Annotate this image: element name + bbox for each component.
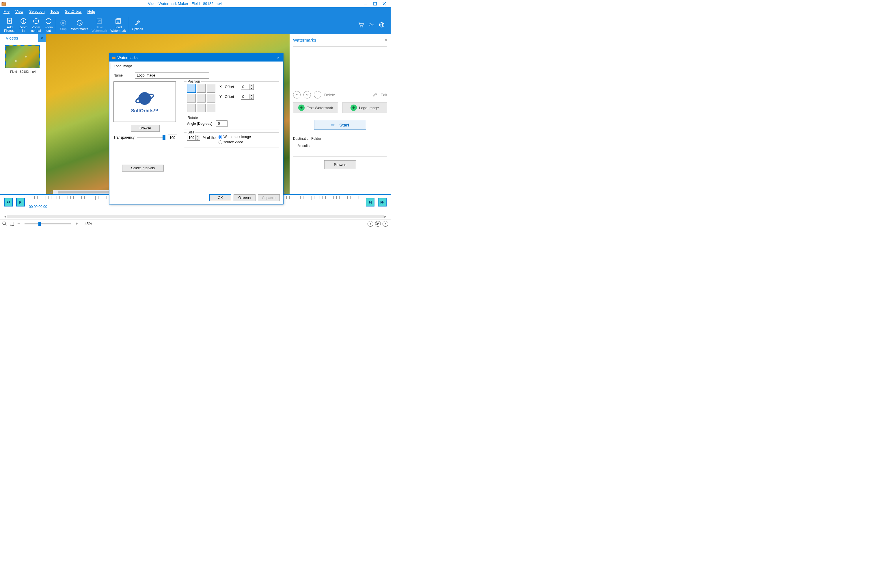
transparency-slider[interactable] <box>137 137 165 138</box>
svg-rect-0 <box>2 3 6 6</box>
magnifier-icon[interactable] <box>2 221 7 226</box>
videos-tab-close[interactable]: × <box>38 34 46 42</box>
menu-view[interactable]: View <box>15 9 23 14</box>
save-watermark-button: W Save Watermark <box>90 16 108 33</box>
scrub-right-icon[interactable]: ► <box>384 215 387 219</box>
delete-link[interactable]: Delete <box>324 93 335 97</box>
youtube-icon[interactable] <box>383 221 388 227</box>
spin-up-icon[interactable]: ▲ <box>196 135 200 138</box>
delete-circle-button[interactable] <box>314 91 321 98</box>
rewind-button[interactable] <box>4 198 13 206</box>
size-pct-label: % of the <box>203 135 216 140</box>
next-frame-button[interactable] <box>366 198 374 206</box>
video-thumbnail[interactable]: Field - 89182.mp4 <box>5 45 41 73</box>
twitter-icon[interactable] <box>375 221 381 227</box>
close-button[interactable] <box>382 2 386 6</box>
zoom-minus-icon[interactable]: − <box>17 221 20 226</box>
menu-selection[interactable]: Selection <box>29 9 44 14</box>
position-middle-center[interactable] <box>197 94 206 102</box>
x-offset-spinner[interactable]: ▲▼ <box>241 84 254 90</box>
select-intervals-button[interactable]: Select Intervals <box>122 165 164 171</box>
panel-close-icon[interactable]: × <box>385 38 387 42</box>
spin-down-icon[interactable]: ▼ <box>250 87 254 90</box>
videos-tab-label[interactable]: Videos <box>0 36 38 41</box>
facebook-icon[interactable]: f <box>368 221 373 227</box>
move-down-button[interactable] <box>304 91 311 98</box>
y-offset-label: Y - Offset <box>219 95 238 99</box>
angle-input[interactable] <box>216 120 227 127</box>
key-icon[interactable] <box>368 22 374 28</box>
logo-browse-button[interactable]: Browse <box>131 125 160 132</box>
size-source-radio[interactable] <box>218 140 222 144</box>
zoom-plus-icon[interactable]: + <box>75 221 78 226</box>
logo-image-button[interactable]: + Logo Image <box>342 102 387 113</box>
logo-image-tab[interactable]: Logo Image <box>111 63 135 69</box>
edit-wrench-icon[interactable] <box>372 92 378 98</box>
menu-file[interactable]: File <box>3 9 9 14</box>
dialog-titlebar[interactable]: Watermarks × <box>110 53 283 62</box>
add-files-button[interactable]: Add File(s)... <box>2 16 17 33</box>
y-offset-spinner[interactable]: ▲▼ <box>241 94 254 100</box>
ok-button[interactable]: OK <box>209 194 231 201</box>
size-input[interactable] <box>187 135 196 141</box>
x-offset-input[interactable] <box>241 84 250 90</box>
scrub-left-icon[interactable]: ◄ <box>3 215 7 219</box>
position-bottom-center[interactable] <box>197 104 206 112</box>
fast-forward-button[interactable] <box>378 198 386 206</box>
zoom-normal-button[interactable]: 1 Zoom normal <box>29 16 43 33</box>
edit-link[interactable]: Edit <box>381 93 387 97</box>
window-title: Video Watermark Maker - Field - 89182.mp… <box>6 2 364 6</box>
menu-help[interactable]: Help <box>87 9 95 14</box>
dialog-close-button[interactable]: × <box>275 56 281 60</box>
scrub-track[interactable] <box>7 215 384 218</box>
scrub-bar[interactable]: ◄ ► <box>0 214 391 219</box>
fit-icon[interactable] <box>10 221 14 226</box>
name-input[interactable] <box>135 72 209 78</box>
spin-up-icon[interactable]: ▲ <box>250 94 254 97</box>
cancel-button[interactable]: Отмена <box>234 194 256 201</box>
zoom-out-button[interactable]: Zoom out <box>42 16 54 33</box>
maximize-button[interactable] <box>373 2 377 6</box>
watermarks-dialog: Watermarks × Logo Image Name SoftOrbits™… <box>109 53 284 205</box>
y-offset-input[interactable] <box>241 94 250 100</box>
transparency-value[interactable]: 100 <box>168 135 177 140</box>
menu-softorbits[interactable]: SoftOrbits <box>65 9 82 14</box>
options-button[interactable]: Options <box>130 16 145 33</box>
position-top-right[interactable] <box>207 84 215 93</box>
watermark-list[interactable] <box>293 46 387 88</box>
spin-down-icon[interactable]: ▼ <box>196 138 200 140</box>
spin-up-icon[interactable]: ▲ <box>250 84 254 87</box>
slider-thumb[interactable] <box>162 135 165 140</box>
menu-tools[interactable]: Tools <box>50 9 59 14</box>
spin-down-icon[interactable]: ▼ <box>250 97 254 99</box>
logo-text: SoftOrbits™ <box>131 108 158 113</box>
zoom-slider-thumb[interactable] <box>38 222 41 226</box>
watermarks-button[interactable]: C Watermarks <box>69 16 90 33</box>
prev-frame-button[interactable] <box>16 198 25 206</box>
svg-rect-33 <box>19 201 20 204</box>
arrow-right-icon: ➨ <box>331 122 335 128</box>
scroll-left-icon[interactable]: ◄ <box>49 190 53 194</box>
destination-folder-value[interactable]: c:\results <box>293 142 387 157</box>
text-watermark-button[interactable]: + Text Watermark <box>293 102 338 113</box>
load-watermark-button[interactable]: W Load Watermark <box>109 16 128 33</box>
size-watermark-radio[interactable] <box>218 135 222 139</box>
position-legend: Position <box>186 80 201 83</box>
globe-icon[interactable] <box>379 22 385 28</box>
destination-browse-button[interactable]: Browse <box>324 160 356 169</box>
zoom-slider[interactable] <box>24 223 71 224</box>
svg-text:1: 1 <box>35 20 37 23</box>
position-top-center[interactable] <box>197 84 206 93</box>
minimize-button[interactable] <box>364 2 368 6</box>
svg-text:W: W <box>117 20 120 23</box>
start-button[interactable]: ➨ Start <box>314 120 366 130</box>
position-bottom-left[interactable] <box>187 104 196 112</box>
cart-icon[interactable] <box>358 22 364 28</box>
position-middle-right[interactable] <box>207 94 215 102</box>
position-top-left[interactable] <box>187 84 196 93</box>
zoom-in-button[interactable]: Zoom in <box>17 16 29 33</box>
size-spinner[interactable]: ▲▼ <box>187 135 200 141</box>
position-middle-left[interactable] <box>187 94 196 102</box>
move-up-button[interactable] <box>293 91 301 98</box>
position-bottom-right[interactable] <box>207 104 215 112</box>
